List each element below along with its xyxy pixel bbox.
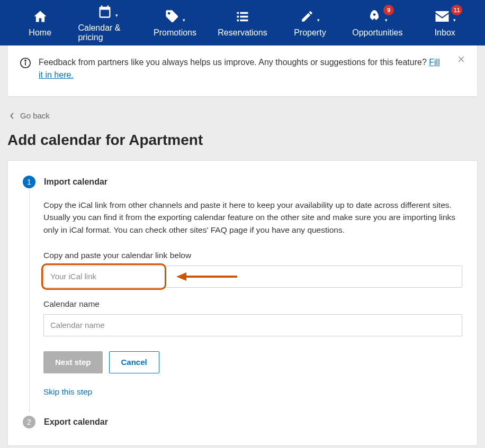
chevron-left-icon <box>10 112 15 120</box>
go-back-link[interactable]: Go back <box>7 105 52 132</box>
badge-opportunities: 9 <box>383 5 394 15</box>
calendar-icon <box>97 4 112 19</box>
top-nav: Home ▾ Calendar & pricing ▾ Promotions R… <box>0 0 485 45</box>
go-back-label: Go back <box>20 111 50 120</box>
nav-opportunities[interactable]: 9 ▾ Opportunities <box>344 8 411 38</box>
svg-point-2 <box>25 60 26 61</box>
info-icon <box>20 57 31 69</box>
skip-step-link[interactable]: Skip this step <box>43 387 92 396</box>
chevron-down-icon: ▾ <box>115 13 118 18</box>
cancel-button[interactable]: Cancel <box>109 351 159 373</box>
nav-home-label: Home <box>29 28 51 38</box>
nav-calendar-label: Calendar & pricing <box>78 23 137 42</box>
main-card: 1 Import calendar Copy the iCal link fro… <box>7 160 478 446</box>
page-title: Add calendar for Apartment <box>7 132 478 160</box>
nav-calendar-pricing[interactable]: ▾ Calendar & pricing <box>74 3 141 42</box>
feedback-text: Feedback from partners like you always h… <box>39 56 465 81</box>
step2-title: Export calendar <box>44 416 108 428</box>
rocket-icon <box>367 9 382 24</box>
calendar-name-input[interactable] <box>43 314 462 336</box>
next-step-button[interactable]: Next step <box>43 351 103 373</box>
close-icon[interactable] <box>457 55 465 66</box>
nav-reservations[interactable]: Reservations <box>209 8 276 38</box>
chevron-down-icon: ▾ <box>453 17 456 23</box>
nav-property[interactable]: ▾ Property <box>276 8 344 38</box>
chevron-down-icon: ▾ <box>317 17 320 23</box>
badge-inbox: 11 <box>451 5 462 15</box>
step1-title: Import calendar <box>44 176 107 188</box>
nav-inbox-label: Inbox <box>435 28 455 38</box>
step1-description: Copy the iCal link from other channels a… <box>43 199 462 236</box>
nav-reservations-label: Reservations <box>218 28 267 38</box>
tag-icon <box>165 9 179 24</box>
nav-inbox[interactable]: 11 ▾ Inbox <box>411 8 479 38</box>
nav-promotions[interactable]: ▾ Promotions <box>141 8 209 38</box>
nav-home[interactable]: Home <box>6 8 74 38</box>
ical-link-label: Copy and paste your calendar link below <box>43 251 462 260</box>
feedback-banner: Feedback from partners like you always h… <box>8 45 477 97</box>
feedback-message: Feedback from partners like you always h… <box>39 58 429 67</box>
nav-opportunities-label: Opportunities <box>352 28 402 38</box>
calendar-name-label: Calendar name <box>43 299 462 309</box>
chevron-down-icon: ▾ <box>183 17 185 23</box>
nav-promotions-label: Promotions <box>154 28 196 38</box>
nav-property-label: Property <box>294 28 326 38</box>
pencil-icon <box>300 10 314 23</box>
chevron-down-icon: ▾ <box>385 17 388 23</box>
step-number-1: 1 <box>23 176 35 188</box>
home-icon <box>33 9 48 24</box>
step-number-2: 2 <box>23 416 35 428</box>
mail-icon <box>434 8 450 24</box>
ical-link-input[interactable] <box>43 266 462 288</box>
list-icon <box>235 9 250 24</box>
